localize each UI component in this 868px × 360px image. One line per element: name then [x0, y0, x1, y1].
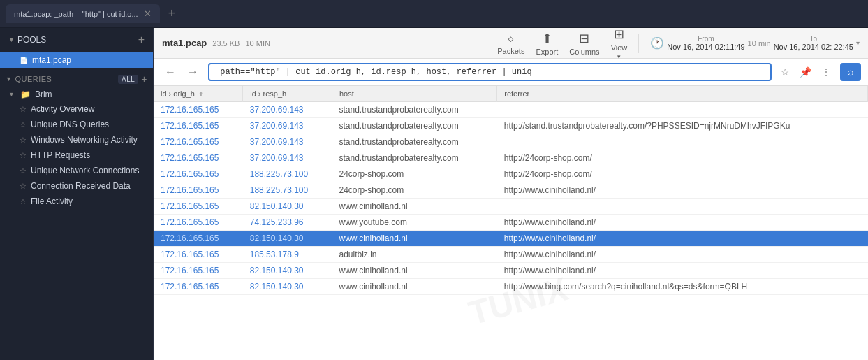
- sidebar-item-http-requests[interactable]: ☆ HTTP Requests: [0, 147, 153, 163]
- cell-resp-h: 37.200.69.143: [243, 118, 332, 134]
- toolbar-packets-button[interactable]: ⬦ Packets: [497, 31, 524, 55]
- search-back-button[interactable]: ←: [161, 64, 180, 80]
- export-label: Export: [536, 48, 558, 56]
- cell-resp-h: 82.150.140.30: [243, 231, 332, 247]
- table-row[interactable]: 172.16.165.16582.150.140.30www.ciniholla…: [154, 231, 868, 247]
- table-header: id › orig_h ⬆ id › resp_h host referrer: [154, 86, 868, 102]
- table-row[interactable]: 172.16.165.16582.150.140.30www.ciniholla…: [154, 263, 868, 279]
- columns-label: Columns: [569, 48, 599, 56]
- columns-icon: ⊟: [579, 31, 589, 46]
- toolbar-filename: mta1.pcap: [162, 38, 207, 48]
- cell-host: stand.trustandprobaterealty.com: [332, 118, 497, 134]
- table-row[interactable]: 172.16.165.16537.200.69.143stand.trustan…: [154, 102, 868, 118]
- pools-label: POOLS: [17, 35, 46, 45]
- cell-host: 24corp-shop.com: [332, 182, 497, 199]
- time-dropdown-icon[interactable]: ▾: [856, 39, 860, 47]
- sidebar-query-label: Unique Network Connections: [31, 166, 139, 175]
- folder-icon: 📁: [20, 89, 31, 99]
- search-nav: ← →: [161, 64, 203, 80]
- sidebar-folder-brim[interactable]: ▼ 📁 Brim: [0, 87, 153, 101]
- table-row[interactable]: 172.16.165.16537.200.69.143stand.trustan…: [154, 150, 868, 166]
- toolbar-export-button[interactable]: ⬆ Export: [536, 31, 558, 56]
- table-wrap: TUNIX id › orig_h ⬆ id › resp_h host: [154, 86, 868, 360]
- cell-resp-h: 82.150.140.30: [243, 279, 332, 295]
- sidebar-query-label: Windows Networking Activity: [31, 135, 138, 145]
- table-row[interactable]: 172.16.165.16537.200.69.143stand.trustan…: [154, 134, 868, 150]
- cell-referrer: http://www.bing.com/search?q=ciniholland…: [497, 279, 868, 295]
- sort-icon: ⬆: [198, 91, 204, 98]
- search-input[interactable]: [215, 67, 765, 77]
- cell-host: stand.trustandprobaterealty.com: [332, 102, 497, 118]
- cell-referrer: http://www.ciniholland.nl/: [497, 215, 868, 231]
- queries-label: QUERIES: [15, 75, 52, 83]
- sidebar-item-unique-dns[interactable]: ☆ Unique DNS Queries: [0, 117, 153, 132]
- table-row[interactable]: 172.16.165.16537.200.69.143stand.trustan…: [154, 118, 868, 134]
- toolbar-view-button[interactable]: ⊞ View ▾: [611, 28, 628, 60]
- new-tab-button[interactable]: +: [163, 3, 182, 24]
- sidebar-item-windows-networking[interactable]: ☆ Windows Networking Activity: [0, 132, 153, 147]
- toolbar-to-section: To Nov 16, 2014 02: 22:45: [774, 35, 853, 51]
- pool-icon: 📄: [20, 57, 28, 64]
- toolbar-divider: [638, 34, 639, 53]
- results-table: id › orig_h ⬆ id › resp_h host referrer: [154, 86, 868, 295]
- cell-resp-h: 74.125.233.96: [243, 215, 332, 231]
- cell-orig-h: 172.16.165.165: [154, 279, 243, 295]
- search-go-button[interactable]: ⌕: [840, 63, 861, 81]
- toolbar-time-selector: 🕐 From Nov 16, 2014 02:11:49 10 min To N…: [650, 35, 860, 51]
- cell-resp-h: 37.200.69.143: [243, 134, 332, 150]
- cell-orig-h: 172.16.165.165: [154, 231, 243, 247]
- table-row[interactable]: 172.16.165.16574.125.233.96www.youtube.c…: [154, 215, 868, 231]
- star-icon: ☆: [20, 151, 27, 160]
- cell-referrer: [497, 102, 868, 118]
- search-star-button[interactable]: ☆: [777, 65, 793, 79]
- toolbar: mta1.pcap 23.5 KB 10 MIN ⬦ Packets ⬆ Exp…: [154, 28, 868, 59]
- search-forward-button[interactable]: →: [183, 64, 203, 80]
- queries-add-button[interactable]: +: [141, 73, 147, 85]
- active-tab[interactable]: mta1.pcap: _path=="http" | cut id.o... ✕: [6, 4, 160, 23]
- col-header-resp-h: id › resp_h: [243, 86, 332, 102]
- search-more-button[interactable]: ⋮: [818, 65, 834, 79]
- packets-icon: ⬦: [507, 31, 515, 45]
- cell-referrer: http://stand.trustandprobaterealty.com/?…: [497, 118, 868, 134]
- sidebar-item-file-activity[interactable]: ☆ File Activity: [0, 194, 153, 209]
- table-row[interactable]: 172.16.165.16582.150.140.30www.ciniholla…: [154, 199, 868, 215]
- cell-referrer: http://24corp-shop.com/: [497, 150, 868, 166]
- table-row[interactable]: 172.16.165.16582.150.140.30www.ciniholla…: [154, 279, 868, 295]
- table-row[interactable]: 172.16.165.165185.53.178.9adultbiz.inhtt…: [154, 247, 868, 263]
- from-label: From: [698, 35, 714, 43]
- cell-orig-h: 172.16.165.165: [154, 247, 243, 263]
- main-layout: ▼ POOLS + 📄 mta1.pcap ▼ QUERIES All + ▼ …: [0, 28, 868, 360]
- table-row[interactable]: 172.16.165.165188.225.73.10024corp-shop.…: [154, 166, 868, 182]
- time-icon: 🕐: [650, 36, 664, 50]
- cell-orig-h: 172.16.165.165: [154, 215, 243, 231]
- view-icon: ⊞: [614, 28, 624, 42]
- cell-orig-h: 172.16.165.165: [154, 134, 243, 150]
- right-panel: mta1.pcap 23.5 KB 10 MIN ⬦ Packets ⬆ Exp…: [154, 28, 868, 360]
- search-actions: ☆ 📌 ⋮: [777, 65, 834, 79]
- star-icon: ☆: [20, 136, 27, 145]
- sidebar-query-label: Connection Received Data: [31, 181, 131, 191]
- cell-host: 24corp-shop.com: [332, 166, 497, 182]
- cell-orig-h: 172.16.165.165: [154, 102, 243, 118]
- sidebar-scroll: ▼ QUERIES All + ▼ 📁 Brim ☆ Activity Over…: [0, 68, 153, 360]
- sidebar-item-connection-received[interactable]: ☆ Connection Received Data: [0, 178, 153, 194]
- cell-orig-h: 172.16.165.165: [154, 118, 243, 134]
- sidebar-query-label: Activity Overview: [31, 104, 94, 114]
- col-header-orig-h: id › orig_h ⬆: [154, 86, 243, 102]
- search-bar: ← → ☆ 📌 ⋮ ⌕: [154, 59, 868, 86]
- sidebar-add-button[interactable]: +: [138, 34, 145, 46]
- cell-orig-h: 172.16.165.165: [154, 150, 243, 166]
- table-row[interactable]: 172.16.165.165188.225.73.10024corp-shop.…: [154, 182, 868, 199]
- sidebar-pool-item[interactable]: 📄 mta1.pcap: [0, 52, 153, 68]
- sidebar-item-unique-connections[interactable]: ☆ Unique Network Connections: [0, 163, 153, 178]
- duration-badge: 10 min: [748, 39, 771, 48]
- tab-close-icon[interactable]: ✕: [144, 8, 152, 19]
- sidebar-query-label: Unique DNS Queries: [31, 120, 109, 129]
- search-pin-button[interactable]: 📌: [796, 65, 815, 79]
- cell-orig-h: 172.16.165.165: [154, 199, 243, 215]
- queries-all-button[interactable]: All: [118, 75, 138, 84]
- toolbar-columns-button[interactable]: ⊟ Columns: [569, 31, 599, 56]
- sidebar-item-activity-overview[interactable]: ☆ Activity Overview: [0, 101, 153, 117]
- sidebar-pools-header: ▼ POOLS +: [0, 28, 153, 52]
- cell-resp-h: 37.200.69.143: [243, 102, 332, 118]
